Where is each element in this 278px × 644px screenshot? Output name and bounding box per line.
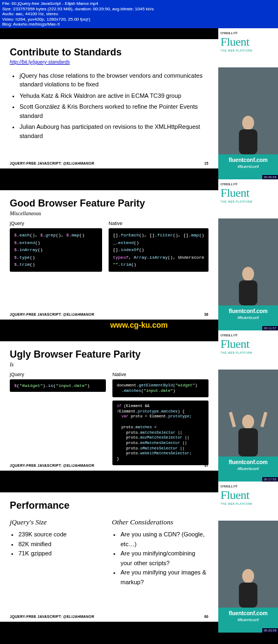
speaker-camera <box>218 370 278 457</box>
conf-hashtag: #fluentconf <box>219 466 277 471</box>
col-label-native: Native <box>112 372 208 377</box>
code-jquery: $("#widget").is("input.date") <box>10 379 106 392</box>
meta-audio: Audio: aac, 44100 Hz, stereo <box>2 11 276 17</box>
video-frame-2: Good Browser Feature Parity Miscellaneou… <box>0 179 278 330</box>
media-metadata: File: 60.jQuery-free JavaScript - Elijah… <box>0 0 278 28</box>
fluent-logo-block: O'REILLY® Fluent THE WEB PLATFORM <box>218 28 278 67</box>
footer-credit: JQUERY-FREE JAVASCRIPT: @ELIJAHMANOR <box>10 464 94 467</box>
conf-hashtag: #fluentconf <box>219 617 277 622</box>
col-label-jquery: jQuery <box>10 221 102 226</box>
fluent-logo-block: O'REILLY® Fluent THE WEB PLATFORM <box>218 482 278 521</box>
slide-subtitle: Miscellaneous <box>10 210 208 216</box>
fluent-wordmark: Fluent <box>220 337 276 351</box>
slide-ugly-parity: Ugly Browser Feature Parity Is jQuery $(… <box>0 341 218 471</box>
conf-hashtag: #fluentconf <box>219 164 277 169</box>
timecode: 00:11:57 <box>262 326 278 330</box>
speaker-camera <box>218 67 278 154</box>
svg-rect-3 <box>239 280 257 305</box>
footer-credit: JQUERY-FREE JAVASCRIPT: @ELIJAHMANOR <box>10 312 94 316</box>
code-native-2: if (Element && !Element.prototype.matche… <box>112 401 208 465</box>
code-native: [].forEach(), [].filter(), [].map() _.ex… <box>109 228 208 272</box>
web-platform-tag: THE WEB PLATFORM <box>220 351 276 354</box>
page-number: 60 <box>204 615 208 618</box>
conf-hashtag: #fluentconf <box>219 315 277 320</box>
timecode: 00:17:55 <box>262 477 278 482</box>
svg-rect-5 <box>238 428 258 457</box>
fluent-wordmark: Fluent <box>220 488 276 502</box>
video-frame-1: Contribute to Standards http://bit.ly/jq… <box>0 28 278 179</box>
conf-url: fluentconf.com <box>219 308 277 314</box>
svg-point-0 <box>242 116 254 130</box>
page-number: 36 <box>204 312 208 316</box>
speaker-silhouette-icon <box>229 564 267 608</box>
side-panel: O'REILLY® Fluent THE WEB PLATFORM fluent… <box>218 330 278 482</box>
bullet-item: jQuery has close relations to the browse… <box>20 71 208 89</box>
list-item: 71K gzipped <box>18 549 106 559</box>
speaker-camera <box>218 218 278 305</box>
slide-subtitle: Is <box>10 361 208 367</box>
list-item: Are you using a CDN? (Google, etc…) <box>121 530 208 549</box>
conf-url: fluentconf.com <box>219 610 277 616</box>
web-platform-tag: THE WEB PLATFORM <box>220 200 276 203</box>
bullet-item: Yehuda Katz & Rick Waldron are active in… <box>20 91 208 101</box>
meta-blog: Blog: Avaxho.me/blogs/Max-X <box>2 22 276 27</box>
bullet-list: jQuery has close relations to the browse… <box>20 71 208 143</box>
slide-title: Contribute to Standards <box>10 47 208 58</box>
timecode: 00:23:58 <box>262 628 278 633</box>
list-item: 239K source code <box>18 530 106 540</box>
timecode: 00:05:58 <box>262 175 278 179</box>
fluent-logo-block: O'REILLY® Fluent THE WEB PLATFORM <box>218 330 278 370</box>
page-number: 37 <box>204 464 208 467</box>
meta-size: Size: 233757859 bytes (222.93 MiB), dura… <box>2 7 276 12</box>
standards-link[interactable]: http://bit.ly/jquery-standards <box>10 59 208 65</box>
right-subhead: Other Considerations <box>112 518 208 527</box>
code-jquery: $.each(), $.grep(), $.map() $.extend() $… <box>10 228 102 272</box>
col-label-native: Native <box>109 221 208 226</box>
side-panel: O'REILLY® Fluent THE WEB PLATFORM fluent… <box>218 28 278 179</box>
conf-url: fluentconf.com <box>219 459 277 465</box>
page-number: 15 <box>204 161 208 165</box>
meta-file: File: 60.jQuery-free JavaScript - Elijah… <box>2 1 276 7</box>
footer-credit: JQUERY-FREE JAVASCRIPT: @ELIJAHMANOR <box>10 161 94 165</box>
speaker-silhouette-icon <box>229 262 267 305</box>
list-item: 82K minified <box>18 540 106 549</box>
conf-url: fluentconf.com <box>219 157 277 163</box>
fluent-logo-block: O'REILLY® Fluent THE WEB PLATFORM <box>218 179 278 218</box>
bullet-item: Scott González & Kris Borchers worked to… <box>20 102 208 120</box>
web-platform-tag: THE WEB PLATFORM <box>220 49 276 52</box>
watermark: www.cg-ku.com <box>110 321 168 329</box>
slide-title: Performance <box>10 500 208 511</box>
slide-contribute: Contribute to Standards http://bit.ly/jq… <box>0 39 218 168</box>
footer-credit: JQUERY-FREE JAVASCRIPT: @ELIJAHMANOR <box>10 615 94 618</box>
fluent-wordmark: Fluent <box>220 35 276 49</box>
list-item: Are you minifying your images & markup? <box>121 568 208 587</box>
col-label-jquery: jQuery <box>10 372 106 377</box>
slide-performance: Performance jQuery's Size 239K source co… <box>0 492 218 622</box>
slide-title: Ugly Browser Feature Parity <box>10 349 208 360</box>
video-frame-4: Performance jQuery's Size 239K source co… <box>0 482 278 633</box>
slide-good-parity: Good Browser Feature Parity Miscellaneou… <box>0 190 218 320</box>
speaker-silhouette-icon <box>229 111 267 154</box>
slide-title: Good Browser Feature Parity <box>10 198 208 209</box>
list-item: Are you minifying/combining your other s… <box>121 549 208 568</box>
speaker-camera <box>218 521 278 608</box>
svg-point-2 <box>242 267 254 281</box>
svg-point-4 <box>242 415 254 429</box>
bullet-item: Julian Aubourg has participated on revis… <box>20 122 208 140</box>
web-platform-tag: THE WEB PLATFORM <box>220 502 276 505</box>
considerations-list: Are you using a CDN? (Google, etc…) Are … <box>121 530 208 587</box>
video-frame-3: Ugly Browser Feature Parity Is jQuery $(… <box>0 330 278 482</box>
size-list: 239K source code 82K minified 71K gzippe… <box>18 530 106 559</box>
svg-rect-6 <box>229 412 236 428</box>
fluent-wordmark: Fluent <box>220 186 276 200</box>
svg-point-8 <box>242 569 254 583</box>
svg-rect-9 <box>239 583 257 608</box>
svg-rect-7 <box>260 412 267 428</box>
side-panel: O'REILLY® Fluent THE WEB PLATFORM fluent… <box>218 179 278 330</box>
speaker-silhouette-icon <box>226 408 270 457</box>
meta-video: Video: h264, yuv420p, 1280x720, 25.00 fp… <box>2 17 276 22</box>
code-native-1: document.getElementById("widget") .match… <box>112 379 208 397</box>
side-panel: O'REILLY® Fluent THE WEB PLATFORM fluent… <box>218 482 278 633</box>
svg-rect-1 <box>239 129 257 154</box>
left-subhead: jQuery's Size <box>10 518 106 527</box>
